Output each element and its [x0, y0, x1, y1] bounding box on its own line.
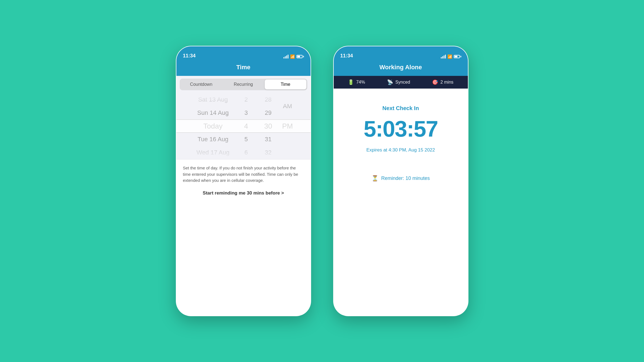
countdown-display: 5:03:57 [364, 116, 438, 142]
description-area: Set the time of day. If you do not finis… [176, 159, 311, 201]
picker-area: Fri 12 Aug Sat 13 Aug Sun 14 Aug Today T… [176, 93, 311, 159]
battery-status-item: 🔋 74% [348, 79, 365, 85]
picker-fade-top [176, 93, 311, 115]
status-bar-2: 11:34 📶 [334, 46, 468, 62]
signal-icon-2 [441, 55, 446, 58]
tab-time[interactable]: Time [265, 79, 306, 89]
status-icons-2: 📶 [441, 54, 461, 59]
main-content-area: Next Check In 5:03:57 Expires at 4:30 PM… [334, 89, 468, 316]
location-status-icon: 🎯 [432, 79, 438, 85]
expires-text: Expires at 4:30 PM, Aug 15 2022 [366, 147, 435, 153]
reminder-text: Reminder: 10 minutes [381, 175, 430, 181]
wifi-icon-2: 📶 [447, 54, 452, 59]
checkin-label: Next Check In [382, 105, 419, 111]
tab-countdown[interactable]: Countdown [181, 79, 222, 89]
description-text: Set the time of day. If you do not finis… [183, 165, 304, 184]
battery-status-value: 74% [356, 80, 365, 85]
reminder-link[interactable]: Start reminding me 30 mins before > [183, 190, 304, 196]
wifi-icon-1: 📶 [290, 54, 295, 59]
tab-recurring[interactable]: Recurring [222, 79, 264, 89]
status-time-1: 11:34 [183, 53, 196, 59]
battery-status-icon: 🔋 [348, 79, 354, 85]
tab-group-1: Countdown Recurring Time [180, 79, 307, 90]
sync-status-item: 📡 Synced [387, 79, 410, 85]
nav-title-2: Working Alone [380, 64, 422, 71]
picker-fade-bottom [176, 137, 311, 159]
status-time-2: 11:34 [340, 53, 353, 59]
sub-status-bar: 🔋 74% 📡 Synced 🎯 2 mins [334, 76, 468, 89]
nav-bar-2: Working Alone [334, 62, 468, 76]
picker-highlight [176, 119, 311, 133]
phone-1: 11:34 📶 Time [176, 46, 311, 316]
status-bar-1: 11:34 📶 [176, 46, 311, 62]
hourglass-icon: ⏳ [372, 175, 378, 182]
battery-icon-2 [454, 55, 461, 58]
reminder-row: ⏳ Reminder: 10 minutes [372, 175, 430, 182]
picker-container: Fri 12 Aug Sat 13 Aug Sun 14 Aug Today T… [176, 93, 311, 159]
nav-bar-1: Time [176, 62, 311, 76]
sync-status-icon: 📡 [387, 79, 393, 85]
duration-status-item: 🎯 2 mins [432, 79, 453, 85]
tab-bar-1: Countdown Recurring Time [176, 76, 311, 93]
signal-icon-1 [283, 55, 288, 58]
status-icons-1: 📶 [283, 54, 304, 59]
nav-title-1: Time [236, 64, 250, 71]
sync-status-value: Synced [395, 80, 410, 85]
battery-icon-1 [296, 55, 304, 58]
duration-status-value: 2 mins [440, 80, 453, 85]
phone-2: 11:34 📶 Working Alone [333, 46, 468, 316]
